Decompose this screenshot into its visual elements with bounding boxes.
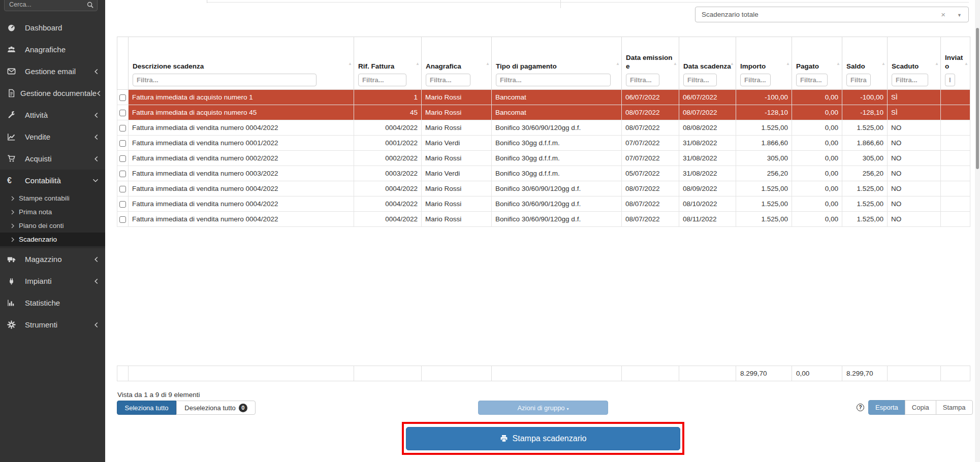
select-all-button[interactable]: Seleziona tutto xyxy=(117,401,176,415)
cell-anagrafica: Mario Rossi xyxy=(422,196,492,212)
help-icon[interactable]: ? xyxy=(857,404,864,411)
filter-descrizione-scadenza-input[interactable] xyxy=(133,74,317,86)
row-checkbox[interactable] xyxy=(119,171,126,177)
scrollbar[interactable] xyxy=(975,0,980,462)
column-header-data-emissione[interactable]: Data emissione▲ xyxy=(622,37,679,90)
sidebar-item-vendite[interactable]: Vendite xyxy=(0,126,105,148)
sort-icon[interactable]: ▲ xyxy=(964,61,968,66)
sort-icon[interactable]: ▲ xyxy=(416,61,420,66)
row-checkbox[interactable] xyxy=(119,94,126,101)
sort-icon[interactable]: ▲ xyxy=(786,61,790,66)
cell-checkbox xyxy=(117,120,129,136)
filter-data-scadenza-input[interactable] xyxy=(683,74,717,86)
sort-icon[interactable]: ▲ xyxy=(673,61,677,66)
totals-cell-data-scadenza xyxy=(679,366,736,381)
scadenzario-filter-select[interactable]: Scadenzario totale × ▼ xyxy=(695,7,969,22)
cell-saldo: 256,20 xyxy=(842,166,888,181)
sidebar-item-impianti[interactable]: Impianti xyxy=(0,270,105,292)
row-checkbox[interactable] xyxy=(119,110,126,116)
stampa-label: Stampa scadenzario xyxy=(513,434,587,443)
table-row[interactable]: Fattura immediata di vendita numero 0003… xyxy=(117,166,970,181)
sidebar-item-strumenti[interactable]: Strumenti xyxy=(0,314,105,336)
table-row[interactable]: Fattura immediata di vendita numero 0004… xyxy=(117,212,970,227)
chevron-left-icon xyxy=(97,90,101,96)
filter-tipo-pagamento-input[interactable] xyxy=(496,74,611,86)
search-input[interactable] xyxy=(5,0,82,11)
sidebar-item-statistiche[interactable]: Statistiche xyxy=(0,292,105,314)
sort-icon[interactable]: ▲ xyxy=(836,61,840,66)
cell-rif-fattura: 0004/2022 xyxy=(354,196,422,212)
filter-inviato-input[interactable] xyxy=(945,74,955,86)
sort-icon[interactable]: ▲ xyxy=(730,61,734,66)
filter-rif-fattura-input[interactable] xyxy=(358,74,406,86)
column-header-importo[interactable]: Importo▲ xyxy=(736,37,792,90)
filter-anagrafica-input[interactable] xyxy=(426,74,470,86)
sidebar-subitem-piano-dei-conti[interactable]: Piano dei conti xyxy=(0,219,105,233)
chevron-right-icon xyxy=(11,210,19,215)
select-value: Scadenzario totale xyxy=(702,11,758,18)
filter-importo-input[interactable] xyxy=(740,74,771,86)
table-row[interactable]: Fattura immediata di vendita numero 0004… xyxy=(117,196,970,212)
table-row[interactable]: Fattura immediata di acquisto numero 454… xyxy=(117,105,970,120)
filter-scaduto-input[interactable] xyxy=(892,74,928,86)
top-divider-stub-2 xyxy=(560,0,561,8)
sidebar-subitem-prima-nota[interactable]: Prima nota xyxy=(0,205,105,219)
sidebar-item-anagrafiche[interactable]: Anagrafiche xyxy=(0,39,105,60)
sort-icon[interactable]: ▲ xyxy=(486,61,490,66)
sidebar-item-gestione-documentale[interactable]: Gestione documentale xyxy=(0,82,105,104)
column-header-data-scadenza[interactable]: Data scadenza▲ xyxy=(679,37,736,90)
row-checkbox[interactable] xyxy=(119,125,126,131)
column-header-scaduto[interactable]: Scaduto▲ xyxy=(888,37,941,90)
deselect-all-button[interactable]: Deseleziona tutto 0 xyxy=(176,401,256,415)
filter-saldo-input[interactable] xyxy=(846,74,871,86)
sort-icon[interactable]: ▲ xyxy=(935,61,939,66)
row-checkbox[interactable] xyxy=(119,140,126,147)
sort-icon[interactable]: ▲ xyxy=(616,61,620,66)
sidebar-item-magazzino[interactable]: Magazzino xyxy=(0,248,105,270)
cell-data-emissione: 08/07/2022 xyxy=(622,196,679,212)
column-header-saldo[interactable]: Saldo▲ xyxy=(842,37,888,90)
scrollbar-thumb[interactable] xyxy=(976,28,979,169)
column-header-pagato[interactable]: Pagato▲ xyxy=(792,37,842,90)
filter-data-emissione-input[interactable] xyxy=(626,74,659,86)
sidebar-item-contabilita[interactable]: €Contabilità xyxy=(0,170,105,191)
cell-checkbox xyxy=(117,196,129,212)
row-checkbox[interactable] xyxy=(119,216,126,223)
row-checkbox[interactable] xyxy=(119,201,126,208)
cell-tipo-pagamento: Bancomat xyxy=(492,90,622,105)
search-icon[interactable] xyxy=(87,1,93,10)
column-header-checkbox xyxy=(117,37,129,90)
cell-importo: 1.525,00 xyxy=(736,212,792,227)
sidebar-item-acquisti[interactable]: Acquisti xyxy=(0,148,105,170)
chevron-down-icon[interactable]: ▼ xyxy=(957,13,962,18)
stampa-scadenzario-button[interactable]: Stampa scadenzario xyxy=(406,427,680,450)
sidebar-item-attivita[interactable]: Attività xyxy=(0,104,105,126)
filter-pagato-input[interactable] xyxy=(796,74,828,86)
clear-selection-icon[interactable]: × xyxy=(941,10,945,19)
group-actions-button[interactable]: Azioni di gruppo▾ xyxy=(478,401,608,415)
column-header-tipo-pagamento[interactable]: Tipo di pagamento▲ xyxy=(492,37,622,90)
table-info: Vista da 1 a 9 di 9 elementi xyxy=(117,391,200,399)
sidebar-item-gestione-email[interactable]: Gestione email xyxy=(0,60,105,82)
row-checkbox[interactable] xyxy=(119,155,126,162)
print-button[interactable]: Stampa xyxy=(936,400,973,415)
row-checkbox[interactable] xyxy=(119,186,126,192)
sidebar-subitem-stampe-contabili[interactable]: Stampe contabili xyxy=(0,191,105,205)
column-header-anagrafica[interactable]: Anagrafica▲ xyxy=(422,37,492,90)
export-button[interactable]: Esporta xyxy=(868,400,905,415)
table-row[interactable]: Fattura immediata di vendita numero 0004… xyxy=(117,120,970,136)
sidebar-item-dashboard[interactable]: Dashboard xyxy=(0,17,105,39)
column-header-rif-fattura[interactable]: Rif. Fattura▲ xyxy=(354,37,422,90)
column-header-descrizione-scadenza[interactable]: Descrizione scadenza▲ xyxy=(129,37,354,90)
sort-icon[interactable]: ▲ xyxy=(348,61,352,66)
copy-button[interactable]: Copia xyxy=(905,400,936,415)
column-label: Tipo di pagamento xyxy=(496,62,617,71)
table-row[interactable]: Fattura immediata di vendita numero 0002… xyxy=(117,151,970,166)
sidebar-subitem-scadenzario[interactable]: Scadenzario xyxy=(0,233,105,246)
table-row[interactable]: Fattura immediata di vendita numero 0001… xyxy=(117,136,970,151)
sidebar-search[interactable] xyxy=(4,0,98,11)
sort-icon[interactable]: ▲ xyxy=(881,61,886,66)
table-row[interactable]: Fattura immediata di vendita numero 0004… xyxy=(117,181,970,196)
column-header-inviato[interactable]: Inviato▲ xyxy=(941,37,970,90)
table-row[interactable]: Fattura immediata di acquisto numero 11M… xyxy=(117,90,970,105)
